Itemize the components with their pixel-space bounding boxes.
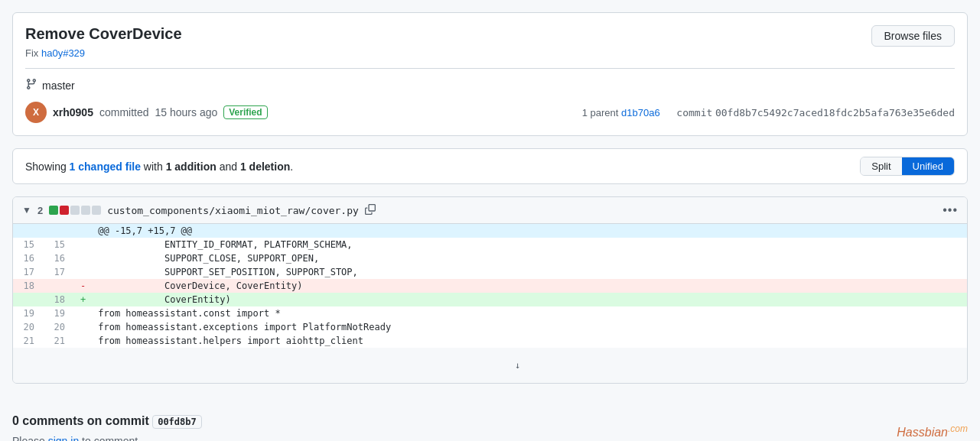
commit-title: Remove CoverDevice	[25, 25, 182, 43]
deletions-count: 1 deletion	[240, 161, 290, 173]
diff-table: @@ -15,7 +15,7 @@ 15 15 ENTITY_ID_FORMAT…	[13, 224, 967, 383]
diff-file-count: 2	[37, 205, 43, 216]
comments-footer: 0 comments on commit 00fd8b7 Please sign…	[12, 408, 202, 441]
old-line-num: 18	[13, 279, 44, 293]
diff-sign	[74, 265, 92, 279]
comments-count: 0 comments on commit 00fd8b7	[12, 414, 202, 429]
diff-square-red-1	[60, 206, 69, 215]
diff-sign: +	[74, 293, 92, 306]
diff-code: SUPPORT_SET_POSITION, SUPPORT_STOP,	[92, 265, 967, 279]
please-text: Please	[12, 435, 45, 441]
expand-row-cell[interactable]: ↓	[13, 348, 967, 383]
old-line-num: 17	[13, 265, 44, 279]
commit-header: Remove CoverDevice Fix ha0y#329 Browse f…	[12, 12, 968, 136]
changed-files-text: Showing 1 changed file with 1 addition a…	[25, 161, 293, 173]
sign-in-link[interactable]: sign in	[48, 435, 79, 441]
diff-options-icon[interactable]: •••	[943, 203, 958, 217]
diff-header-left: ▼ 2 custom_components/xiaomi_miot_raw/co…	[22, 204, 376, 217]
old-line-num: 15	[13, 238, 44, 251]
comments-label: 0 comments on commit	[12, 414, 149, 427]
diff-filepath: custom_components/xiaomi_miot_raw/cover.…	[107, 205, 359, 216]
verified-badge: Verified	[223, 105, 267, 119]
comment-prompt: Please sign in to comment.	[12, 435, 202, 441]
new-line-num: 16	[44, 251, 74, 265]
unified-view-button[interactable]: Unified	[902, 157, 954, 175]
old-line-num: 16	[13, 251, 44, 265]
showing-text: Showing	[25, 161, 67, 173]
branch-icon	[25, 78, 37, 92]
commit-subtitle: Fix ha0y#329	[25, 47, 182, 59]
branch-row: master	[25, 78, 955, 92]
diff-header: ▼ 2 custom_components/xiaomi_miot_raw/co…	[13, 197, 967, 224]
new-line-num: 17	[44, 265, 74, 279]
diff-sign	[74, 251, 92, 265]
hassbian-name: Hassbian	[897, 426, 948, 439]
and-text: and	[220, 161, 237, 173]
diff-code: SUPPORT_CLOSE, SUPPORT_OPEN,	[92, 251, 967, 265]
hunk-sign	[74, 224, 92, 238]
diff-code: CoverEntity)	[92, 293, 967, 306]
diff-sign	[74, 306, 92, 320]
changed-files-bar: Showing 1 changed file with 1 addition a…	[12, 148, 968, 184]
period: .	[290, 161, 293, 173]
with-text: with	[144, 161, 163, 173]
copy-filepath-icon[interactable]	[365, 204, 376, 217]
hassbian-com: .com	[948, 423, 968, 434]
diff-code: CoverDevice, CoverEntity)	[92, 279, 967, 293]
commit-issue-link[interactable]: ha0y#329	[41, 47, 85, 59]
author-name[interactable]: xrh0905	[53, 106, 93, 118]
hassbian-brand: Hassbian.com	[888, 423, 968, 439]
additions-count: 1 addition	[166, 161, 217, 173]
expand-icon[interactable]: ▼	[22, 205, 31, 216]
diff-sign	[74, 238, 92, 251]
diff-sign	[74, 320, 92, 334]
to-comment-text: to comment.	[82, 435, 141, 441]
hunk-code: @@ -15,7 +15,7 @@	[92, 224, 967, 238]
view-toggle: Split Unified	[860, 157, 955, 176]
commit-parents: 1 parent d1b70a6 commit 00fd8b7c5492c7ac…	[582, 107, 955, 118]
new-line-num: 20	[44, 320, 74, 334]
commit-author-block: X xrh0905 committed 15 hours ago Verifie…	[25, 102, 268, 123]
diff-code: from homeassistant.exceptions import Pla…	[92, 320, 967, 334]
commit-hash-full: 00fd8b7c5492c7aced18fdc2b5afa763e35e6ded	[715, 107, 955, 118]
diff-sign	[74, 334, 92, 348]
fix-label: Fix	[25, 47, 38, 59]
changed-files-link[interactable]: 1 changed file	[70, 161, 141, 173]
diff-section: ▼ 2 custom_components/xiaomi_miot_raw/co…	[12, 196, 968, 384]
new-line-num: 19	[44, 306, 74, 320]
parent-hash-link[interactable]: d1b70a6	[621, 107, 660, 118]
commit-label: commit	[676, 107, 712, 118]
expand-down-icon[interactable]: ↓	[515, 360, 520, 371]
new-line-num: 21	[44, 334, 74, 348]
split-view-button[interactable]: Split	[861, 157, 901, 175]
commit-time: 15 hours ago	[155, 106, 218, 118]
browse-files-button[interactable]: Browse files	[871, 25, 955, 47]
divider-1	[25, 68, 955, 69]
old-line-num	[13, 293, 44, 306]
diff-sign: -	[74, 279, 92, 293]
branch-name: master	[42, 79, 75, 92]
commit-meta-row: X xrh0905 committed 15 hours ago Verifie…	[25, 102, 955, 123]
commit-short-ref: 00fd8b7	[152, 415, 202, 429]
diff-square-gray-1	[70, 206, 80, 215]
new-line-num	[44, 279, 74, 293]
diff-square-gray-3	[92, 206, 101, 215]
old-line-num: 21	[13, 334, 44, 348]
diff-code: from homeassistant.helpers import aiohtt…	[92, 334, 967, 348]
diff-bar	[49, 206, 101, 215]
watermark: Hassbian.com 瀚思彼岸技术论坛	[888, 417, 968, 441]
commit-action: committed	[99, 106, 149, 118]
footer-row: 0 comments on commit 00fd8b7 Please sign…	[12, 396, 968, 441]
avatar: X	[25, 102, 47, 123]
diff-code: ENTITY_ID_FORMAT, PLATFORM_SCHEMA,	[92, 238, 967, 251]
old-line-num: 19	[13, 306, 44, 320]
hunk-line-num	[13, 224, 74, 238]
diff-square-gray-2	[81, 206, 90, 215]
new-line-num: 18	[44, 293, 74, 306]
old-line-num: 20	[13, 320, 44, 334]
diff-code: from homeassistant.const import *	[92, 306, 967, 320]
diff-square-green-1	[49, 206, 58, 215]
new-line-num: 15	[44, 238, 74, 251]
parent-label: 1 parent	[582, 107, 619, 118]
